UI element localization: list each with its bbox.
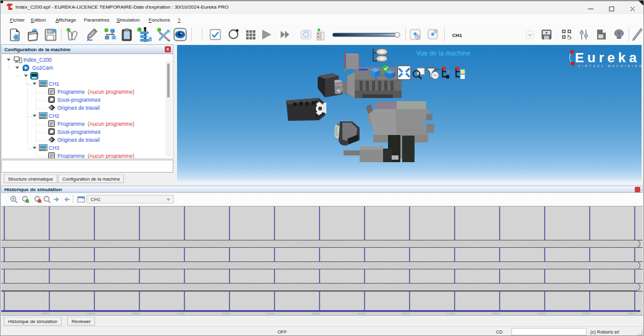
svg-text:Eureka: Eureka xyxy=(575,50,638,65)
svg-text:VIRTUAL MACHINING: VIRTUAL MACHINING xyxy=(578,65,642,68)
